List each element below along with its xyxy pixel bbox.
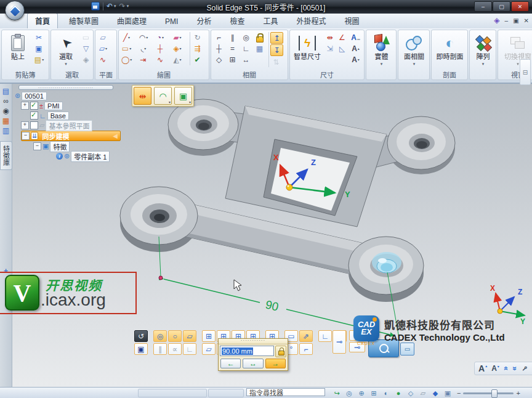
- application-button[interactable]: [5, 1, 25, 20]
- parallel-rel[interactable]: ∥: [153, 343, 167, 355]
- pattern-button[interactable]: 陣列▾: [472, 32, 494, 68]
- ribbon-tab[interactable]: 檢查: [222, 14, 252, 28]
- pan-icon[interactable]: ◐: [380, 389, 392, 397]
- text-style-icon[interactable]: A▁: [350, 32, 361, 43]
- camera-icon[interactable]: ◉: [1, 106, 11, 116]
- tree-item[interactable]: + ▱ 基本參照平面: [21, 121, 135, 130]
- tangent-rel[interactable]: ∝: [168, 343, 182, 355]
- tree-checkbox[interactable]: [30, 121, 38, 129]
- line-icon[interactable]: ╱▾: [121, 33, 132, 43]
- angle-between-icon[interactable]: ∠: [336, 33, 348, 43]
- goggles-icon[interactable]: ∞: [1, 96, 11, 106]
- live-section-button[interactable]: ◐ 即時剖面: [433, 32, 466, 60]
- concentric-lock[interactable]: ◎: [153, 330, 167, 342]
- fit-icon[interactable]: ⊞: [368, 389, 380, 397]
- zoom-secondary-button[interactable]: ▭: [400, 343, 414, 355]
- path-icon[interactable]: ∿: [97, 54, 109, 65]
- tangent-arc-icon[interactable]: ◔▾: [155, 33, 166, 43]
- key-lock-button[interactable]: ⊸: [332, 330, 346, 354]
- style-icon[interactable]: ◇: [405, 389, 417, 397]
- text-smaller-icon[interactable]: A▾: [350, 54, 361, 65]
- tree-expander[interactable]: −: [22, 132, 30, 140]
- return-icon[interactable]: ↪: [331, 389, 343, 397]
- drag-handle[interactable]: ···········: [219, 339, 288, 344]
- cut-icon[interactable]: ✂: [33, 32, 45, 43]
- perpendicular-icon[interactable]: ∟: [240, 44, 252, 54]
- tree-checkbox[interactable]: [30, 112, 38, 120]
- redo-button[interactable]: ↷▾: [119, 2, 129, 10]
- clamp-handle-button[interactable]: ◠▾: [154, 87, 172, 105]
- maximize-button[interactable]: ▢: [493, 1, 510, 12]
- doc-close-button[interactable]: ✕: [524, 17, 529, 24]
- zoom-window-icon[interactable]: ◎: [343, 389, 355, 397]
- rigid-set-icon[interactable]: ⊞: [227, 55, 238, 65]
- move-handle[interactable]: ⇗: [299, 330, 313, 342]
- tree-expander[interactable]: −: [33, 142, 41, 150]
- tree-item[interactable]: − ⇊ 同步建模 ◀: [21, 131, 121, 141]
- lock-button[interactable]: [275, 346, 286, 357]
- sketch-view-icon[interactable]: ▱: [417, 389, 429, 397]
- select-tool-icon[interactable]: ◈: [80, 54, 92, 65]
- section-option-button[interactable]: ▣▾: [174, 87, 192, 105]
- move-icon[interactable]: ◈▾: [172, 44, 183, 54]
- expand-button[interactable]: »: [513, 365, 518, 372]
- font-increase-button[interactable]: A▴: [478, 364, 487, 373]
- plane-points-icon[interactable]: ▱▾: [97, 43, 109, 54]
- concentric-icon[interactable]: ◎: [240, 33, 252, 43]
- undo-button[interactable]: ↶▾: [107, 2, 116, 10]
- zoom-out-button[interactable]: −: [457, 389, 461, 397]
- blank-icon[interactable]: [254, 55, 265, 65]
- horizontal-icon[interactable]: ↔: [240, 55, 252, 65]
- point-on-icon[interactable]: ┼: [213, 44, 225, 54]
- connect-icon[interactable]: ⌐: [213, 33, 225, 43]
- ribbon-tab[interactable]: 工具: [256, 14, 285, 28]
- point-icon[interactable]: ┼: [155, 44, 166, 54]
- save-button[interactable]: ▣: [134, 343, 148, 355]
- chamfer-dim-icon[interactable]: ◺: [336, 44, 348, 54]
- ribbon-tab[interactable]: 分析: [189, 14, 219, 28]
- ribbon-tab[interactable]: 首頁: [27, 13, 58, 28]
- increase-arrow[interactable]: →: [265, 359, 286, 368]
- zoom-in-button[interactable]: +: [516, 389, 520, 397]
- save-button[interactable]: [91, 2, 100, 10]
- parallel-icon[interactable]: ∥: [227, 33, 238, 43]
- perpendicular-rel[interactable]: ∟: [183, 343, 196, 355]
- coordinate-dim-icon[interactable]: ⇲: [324, 44, 336, 54]
- layers-icon[interactable]: ▤: [1, 86, 11, 96]
- help-icon[interactable]: ◈: [494, 16, 499, 25]
- doc-minimize-button[interactable]: –: [505, 17, 509, 24]
- feature-library-tab[interactable]: 特徵庫: [0, 141, 12, 170]
- ribbon-tab[interactable]: PMI: [158, 15, 185, 28]
- tree-item[interactable]: i ⊛ 零件副本 1: [47, 152, 135, 161]
- undo-button[interactable]: ↺: [134, 330, 148, 342]
- rectangle-icon[interactable]: ▭▾: [121, 44, 132, 54]
- trim-icon[interactable]: ⇥: [138, 55, 150, 65]
- zoom-icon[interactable]: ⊕: [355, 389, 368, 397]
- copy-icon[interactable]: ▣: [33, 43, 45, 54]
- cube-icon[interactable]: ◆: [429, 389, 441, 397]
- ribbon-tab[interactable]: 視圖: [337, 14, 366, 28]
- redraw-icon[interactable]: ↻: [191, 32, 203, 43]
- mirror-icon[interactable]: ◭▾: [172, 55, 183, 65]
- ribbon-overflow-button[interactable]: ⊟: [520, 59, 531, 85]
- tree-expander[interactable]: +: [21, 121, 29, 129]
- ribbon-tab[interactable]: 曲面處理: [110, 14, 154, 28]
- curve-icon[interactable]: ∿: [155, 55, 166, 65]
- panel-icon[interactable]: ▥: [1, 126, 11, 136]
- equal-icon[interactable]: =: [227, 44, 238, 54]
- paste-button[interactable]: 貼上: [4, 32, 32, 65]
- maintain-up-icon[interactable]: ↥: [270, 32, 283, 44]
- fillet-icon[interactable]: ◟▾: [138, 44, 150, 54]
- select-frame-icon[interactable]: ▭: [80, 32, 92, 43]
- select-filter-icon[interactable]: ▽: [80, 43, 92, 54]
- minimize-button[interactable]: –: [474, 1, 492, 12]
- distance-between-icon[interactable]: ⇹: [324, 33, 336, 43]
- zoom-slider-track[interactable]: [463, 392, 514, 394]
- font-decrease-button[interactable]: A▾: [491, 365, 499, 372]
- plane-icon[interactable]: ▱: [97, 32, 109, 43]
- distribute-icon[interactable]: ⇶: [191, 43, 203, 54]
- tree-item[interactable]: − ▣ 特徵: [33, 142, 135, 151]
- tree-item[interactable]: + ± PMI: [21, 101, 135, 110]
- region-icon[interactable]: ▰▾: [172, 33, 183, 43]
- check-icon[interactable]: ✔: [191, 54, 203, 65]
